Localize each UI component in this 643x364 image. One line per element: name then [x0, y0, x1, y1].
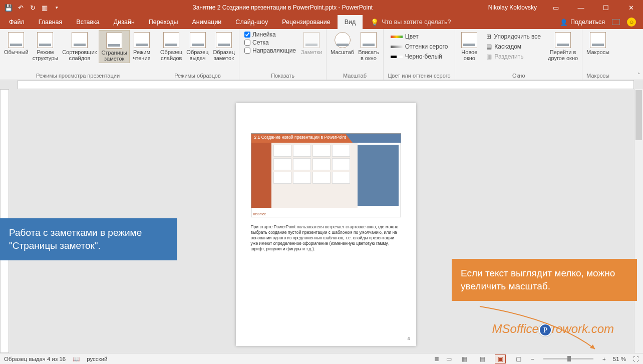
grayscale-mode-button[interactable]: Оттенки серого: [389, 42, 450, 51]
split-button: ▥Разделить: [484, 52, 543, 61]
group-master-views: Образец слайдов Образец выдач Образец за…: [156, 29, 239, 80]
reading-view-button[interactable]: Режим чтения: [130, 30, 154, 62]
normal-view-button[interactable]: Обычный: [2, 30, 31, 56]
cascade-button[interactable]: ▤Каскадом: [484, 42, 543, 51]
normal-view-icon[interactable]: ▦: [459, 354, 470, 363]
tab-slideshow[interactable]: Слайд-шоу: [228, 15, 275, 29]
zoom-out-button[interactable]: −: [531, 356, 534, 362]
fit-to-window-button[interactable]: Вписать в окно: [356, 30, 381, 62]
user-name[interactable]: Nikolay Koldovsky: [484, 4, 541, 11]
qat-customize-icon[interactable]: ▾: [52, 3, 61, 12]
save-icon[interactable]: 💾: [4, 3, 13, 12]
share-icon: 👤: [560, 19, 568, 26]
notes-toggle-icon[interactable]: ≣: [434, 355, 439, 362]
group-macros: Макросы Макросы: [582, 29, 613, 80]
spellcheck-icon[interactable]: 📖: [73, 355, 80, 362]
quick-access-toolbar: 💾 ↶ ↻ ▥ ▾: [0, 3, 61, 12]
slide-thumbnail[interactable]: 2.1 Создание новой презентации в PowerPo…: [251, 133, 401, 217]
group-presentation-views: Обычный Режим структуры Сортировщик слай…: [0, 29, 156, 80]
group-label: Цвет или оттенки серого: [386, 72, 453, 80]
tab-file[interactable]: Файл: [2, 15, 32, 29]
close-button[interactable]: ✕: [621, 0, 641, 15]
notes-master-button[interactable]: Образец заметок: [211, 30, 237, 62]
title-bar: 💾 ↶ ↻ ▥ ▾ Занятие 2 Создание презентации…: [0, 0, 643, 15]
group-color-grayscale: Цвет Оттенки серого Черно-белый Цвет или…: [384, 29, 456, 80]
notes-pane-button: Заметки: [299, 30, 324, 56]
comments-icon[interactable]: [612, 19, 620, 25]
group-window: Новое окно ⊞Упорядочить все ▤Каскадом ▥Р…: [455, 29, 582, 80]
vertical-scrollbar[interactable]: [634, 89, 643, 353]
tab-insert[interactable]: Вставка: [69, 15, 106, 29]
ribbon: Обычный Режим структуры Сортировщик слай…: [0, 29, 643, 80]
group-label: Макросы: [584, 72, 611, 80]
tab-transitions[interactable]: Переходы: [142, 15, 185, 29]
status-bar: Образец выдач 4 из 16 📖 русский ≣ ▭ ▦ ▤ …: [0, 353, 643, 364]
group-show: Линейка Сетка Направляющие Заметки Показ…: [239, 29, 327, 80]
gridlines-checkbox[interactable]: Сетка: [244, 39, 296, 46]
notes-page[interactable]: 2.1 Создание новой презентации в PowerPo…: [236, 103, 416, 346]
group-label: Показать: [241, 72, 324, 80]
bw-mode-button[interactable]: Черно-белый: [389, 52, 450, 61]
status-slide-counter[interactable]: Образец выдач 4 из 16: [4, 356, 66, 362]
watermark: MSofficeProwork.com: [492, 322, 614, 336]
fit-to-window-icon[interactable]: ⛶: [633, 356, 639, 362]
zoom-slider[interactable]: [543, 358, 593, 359]
ribbon-display-options-icon[interactable]: ▭: [546, 0, 566, 15]
slideshow-view-icon[interactable]: ▢: [513, 354, 524, 363]
zoom-button[interactable]: Масштаб: [329, 30, 356, 56]
handout-master-button[interactable]: Образец выдач: [184, 30, 210, 62]
horizontal-ruler[interactable]: [18, 80, 634, 89]
guides-checkbox[interactable]: Направляющие: [244, 47, 296, 54]
slide-sorter-button[interactable]: Сортировщик слайдов: [60, 30, 99, 62]
reading-view-icon[interactable]: ▣: [495, 354, 506, 363]
lightbulb-icon: 💡: [371, 19, 379, 26]
comments-toggle-icon[interactable]: ▭: [446, 355, 452, 362]
collapse-ribbon-icon[interactable]: ˄: [637, 72, 640, 78]
ribbon-tabs: Файл Главная Вставка Дизайн Переходы Ани…: [0, 15, 643, 29]
ruler-checkbox[interactable]: Линейка: [244, 31, 296, 38]
start-from-beginning-icon[interactable]: ▥: [40, 3, 49, 12]
minimize-button[interactable]: —: [571, 0, 591, 15]
tell-me-search[interactable]: 💡 Что вы хотите сделать?: [363, 15, 451, 29]
zoom-in-button[interactable]: +: [602, 356, 606, 362]
status-language[interactable]: русский: [87, 356, 107, 362]
notes-page-button[interactable]: Страницы заметок: [99, 30, 130, 63]
group-label: Режимы просмотра презентации: [2, 72, 154, 80]
tell-me-placeholder: Что вы хотите сделать?: [382, 19, 451, 26]
tab-review[interactable]: Рецензирование: [275, 15, 338, 29]
group-zoom: Масштаб Вписать в окно Масштаб: [327, 29, 384, 80]
group-label: Режимы образцов: [158, 72, 237, 80]
feedback-smiley-icon[interactable]: ☺: [627, 18, 636, 27]
tab-animations[interactable]: Анимации: [185, 15, 228, 29]
switch-windows-button[interactable]: Перейти в другое окно: [546, 30, 580, 62]
group-label: Масштаб: [329, 72, 381, 80]
window-title: Занятие 2 Создание презентации в PowerPo…: [61, 4, 484, 11]
share-label: Поделиться: [570, 19, 605, 26]
undo-icon[interactable]: ↶: [16, 3, 25, 12]
notes-text[interactable]: При старте PowerPoint пользователя встре…: [251, 224, 401, 252]
maximize-button[interactable]: ☐: [596, 0, 616, 15]
group-label: Окно: [457, 72, 580, 80]
workspace: 2.1 Создание новой презентации в PowerPo…: [0, 80, 643, 353]
slide-title: 2.1 Создание новой презентации в PowerPo…: [254, 135, 346, 140]
arrange-all-button[interactable]: ⊞Упорядочить все: [484, 32, 543, 41]
share-button[interactable]: 👤 Поделиться: [560, 19, 605, 26]
slide-master-button[interactable]: Образец слайдов: [158, 30, 184, 62]
outline-view-button[interactable]: Режим структуры: [31, 30, 61, 62]
redo-icon[interactable]: ↻: [28, 3, 37, 12]
color-mode-button[interactable]: Цвет: [389, 32, 450, 41]
annotation-callout-orange: Если текст выглядит мелко, можно увеличи…: [452, 259, 637, 301]
tab-home[interactable]: Главная: [32, 15, 70, 29]
macros-button[interactable]: Макросы: [584, 30, 611, 56]
tab-design[interactable]: Дизайн: [107, 15, 142, 29]
annotation-callout-blue: Работа с заметками в режиме "Страницы за…: [0, 218, 177, 260]
page-number: 4: [407, 336, 410, 341]
zoom-level[interactable]: 51 %: [613, 356, 626, 362]
tab-view[interactable]: Вид: [338, 15, 363, 29]
sorter-view-icon[interactable]: ▤: [477, 354, 488, 363]
new-window-button[interactable]: Новое окно: [457, 30, 481, 62]
